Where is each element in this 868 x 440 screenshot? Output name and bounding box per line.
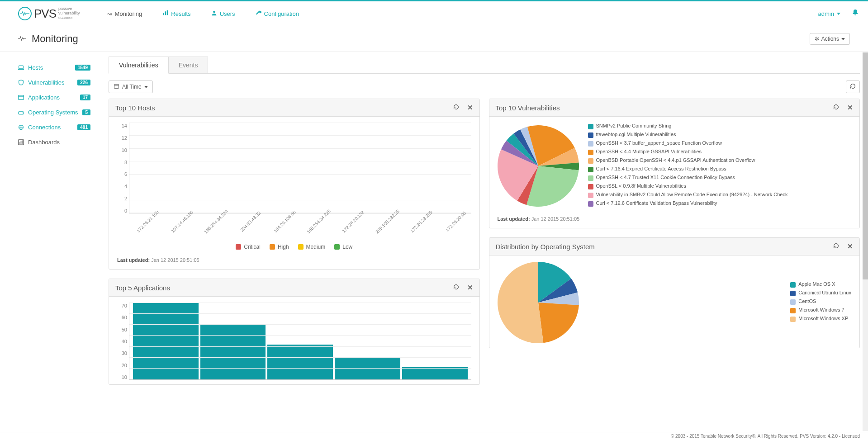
count-badge: 226 bbox=[77, 80, 90, 85]
page-header: Monitoring ✲ Actions bbox=[0, 26, 868, 52]
window-icon bbox=[18, 95, 28, 100]
user-icon bbox=[211, 10, 217, 17]
svg-point-9 bbox=[22, 113, 23, 114]
sidebar-item-applications[interactable]: Applications 17 bbox=[18, 90, 95, 105]
count-badge: 5 bbox=[82, 109, 90, 115]
svg-rect-5 bbox=[18, 69, 24, 70]
top-apps-chart: 70605040302010 bbox=[117, 303, 471, 380]
logo-icon bbox=[18, 7, 32, 20]
caret-down-icon bbox=[841, 38, 845, 40]
time-filter-dropdown[interactable]: All Time bbox=[109, 80, 153, 93]
bar-chart-icon bbox=[162, 10, 168, 17]
panel-top-vuln: Top 10 Vulnerabilities ✕ SNMPv2 Public C… bbox=[489, 99, 860, 228]
navbar: PVS passivevulnerabilityscanner ↝ Monito… bbox=[0, 1, 868, 26]
sidebar-item-label: Operating Systems bbox=[28, 109, 78, 116]
nav-results[interactable]: Results bbox=[162, 10, 190, 17]
top-vuln-legend: SNMPv2 Public Community Stringttawebtop.… bbox=[588, 123, 788, 209]
close-icon[interactable]: ✕ bbox=[847, 104, 853, 112]
calendar-icon bbox=[114, 83, 119, 90]
sidebar-item-connections[interactable]: Connections 481 bbox=[18, 120, 95, 135]
page-title: Monitoring bbox=[32, 33, 78, 45]
bell-icon[interactable] bbox=[852, 9, 859, 18]
panel-title: Top 10 Hosts bbox=[115, 104, 155, 112]
severity-legend: Critical High Medium Low bbox=[117, 244, 471, 250]
count-badge: 17 bbox=[80, 95, 90, 100]
sidebar-item-dashboards[interactable]: Dashboards bbox=[18, 135, 95, 150]
nav-configuration[interactable]: Configuration bbox=[256, 10, 299, 17]
count-badge: 481 bbox=[77, 124, 90, 130]
dist-os-legend: Apple Mac OS XCanonical Ubuntu LinuxCent… bbox=[790, 281, 851, 324]
nav-monitoring[interactable]: ↝ Monitoring bbox=[107, 10, 142, 17]
sidebar-item-label: Vulnerabilities bbox=[28, 79, 64, 86]
logo-text: PVS bbox=[34, 7, 56, 21]
refresh-all-button[interactable] bbox=[846, 80, 860, 93]
pulse-icon bbox=[18, 36, 26, 43]
caret-down-icon bbox=[144, 86, 148, 88]
sidebar: Hosts 1549 Vulnerabilities 226 Applicati… bbox=[0, 52, 95, 431]
globe-icon bbox=[18, 124, 28, 130]
nav-users[interactable]: Users bbox=[211, 10, 235, 17]
svg-rect-6 bbox=[19, 95, 24, 100]
sidebar-item-operating-systems[interactable]: Operating Systems 5 bbox=[18, 105, 95, 120]
refresh-icon[interactable] bbox=[833, 242, 839, 251]
tab-vulnerabilities[interactable]: Vulnerabilities bbox=[109, 57, 169, 74]
actions-button[interactable]: ✲ Actions bbox=[810, 33, 850, 45]
svg-rect-17 bbox=[114, 84, 119, 88]
svg-rect-2 bbox=[167, 10, 168, 15]
dashboard-icon bbox=[18, 139, 28, 145]
svg-rect-1 bbox=[165, 11, 166, 15]
count-badge: 1549 bbox=[75, 65, 90, 71]
sidebar-item-label: Dashboards bbox=[28, 139, 60, 146]
top-hosts-chart: 14121086420 bbox=[117, 123, 471, 213]
gear-icon: ✲ bbox=[815, 36, 819, 42]
tab-events[interactable]: Events bbox=[169, 57, 209, 74]
refresh-icon[interactable] bbox=[833, 104, 839, 112]
close-icon[interactable]: ✕ bbox=[467, 104, 473, 112]
svg-point-3 bbox=[213, 11, 215, 13]
svg-rect-14 bbox=[19, 142, 20, 144]
scrollbar[interactable] bbox=[863, 52, 868, 431]
refresh-icon[interactable] bbox=[453, 284, 459, 292]
sidebar-item-label: Connections bbox=[28, 124, 61, 131]
svg-rect-15 bbox=[21, 141, 22, 144]
user-menu[interactable]: admin bbox=[818, 10, 840, 17]
svg-rect-16 bbox=[22, 140, 23, 143]
logo[interactable]: PVS passivevulnerabilityscanner bbox=[18, 7, 80, 21]
sidebar-item-hosts[interactable]: Hosts 1549 bbox=[18, 60, 95, 75]
laptop-icon bbox=[18, 65, 28, 71]
panel-title: Top 5 Applications bbox=[115, 284, 170, 292]
svg-rect-0 bbox=[163, 13, 164, 15]
close-icon[interactable]: ✕ bbox=[847, 242, 853, 251]
sidebar-item-vulnerabilities[interactable]: Vulnerabilities 226 bbox=[18, 75, 95, 90]
dist-os-pie bbox=[498, 262, 579, 343]
panel-dist-os: Distribution by Operating System ✕ Apple… bbox=[489, 237, 860, 348]
caret-down-icon bbox=[837, 13, 840, 15]
activity-icon: ↝ bbox=[107, 10, 112, 17]
svg-rect-4 bbox=[19, 66, 24, 69]
logo-tagline: passivevulnerabilityscanner bbox=[58, 7, 80, 20]
refresh-icon[interactable] bbox=[453, 104, 459, 112]
hdd-icon bbox=[18, 109, 28, 115]
panel-top-hosts: Top 10 Hosts ✕ 14121086420 bbox=[109, 99, 480, 270]
sidebar-item-label: Applications bbox=[28, 94, 60, 101]
panel-title: Distribution by Operating System bbox=[496, 243, 595, 251]
wrench-icon bbox=[256, 10, 261, 17]
panel-title: Top 10 Vulnerabilities bbox=[496, 104, 560, 112]
tabs: Vulnerabilities Events bbox=[109, 57, 860, 73]
sidebar-item-label: Hosts bbox=[28, 64, 43, 71]
top-vuln-pie bbox=[498, 125, 579, 207]
close-icon[interactable]: ✕ bbox=[467, 284, 473, 292]
content-area: Vulnerabilities Events All Time Top 10 H… bbox=[95, 52, 868, 431]
shield-icon bbox=[18, 80, 28, 85]
panel-top-apps: Top 5 Applications ✕ 70605040302010 bbox=[109, 279, 480, 385]
